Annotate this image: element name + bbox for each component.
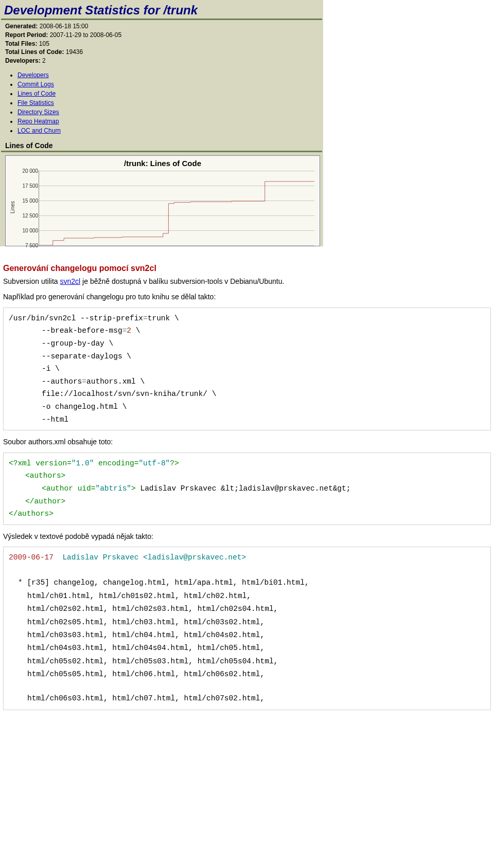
text: Subversion utilita bbox=[3, 277, 60, 285]
codebox-authors-xml: <?xml version="1.0" encoding="utf-8"?> <… bbox=[3, 453, 491, 525]
chart-title: /trunk: Lines of Code bbox=[6, 156, 320, 169]
log-file-row: html/ch04s03.html, html/ch04s04.html, ht… bbox=[18, 642, 485, 655]
chart-ytick: 7 500 bbox=[13, 242, 39, 248]
text: je běžně dostupná v balíku subversion-to… bbox=[80, 277, 284, 285]
chart-ytick: 17 500 bbox=[13, 183, 39, 188]
nav-directory-sizes[interactable]: Directory Sizes bbox=[17, 107, 322, 117]
codebox-changelog-output: 2009-06-17 Ladislav Prskavec <ladislav@p… bbox=[3, 547, 491, 710]
meta-loc-label: Total Lines of Code: bbox=[5, 48, 64, 56]
nav-lines-of-code[interactable]: Lines of Code bbox=[17, 89, 322, 98]
svn2cl-link[interactable]: svn2cl bbox=[60, 277, 81, 285]
log-file-row: html/ch05s05.html, html/ch06.html, html/… bbox=[18, 668, 485, 681]
paragraph-example-intro: Například pro generování changelogu pro … bbox=[3, 292, 491, 302]
chart-box: /trunk: Lines of Code Lines 20 00017 500… bbox=[5, 155, 320, 246]
stats-title: Development Statistics for /trunk bbox=[1, 1, 322, 20]
meta-loc-value: 19436 bbox=[66, 48, 83, 56]
nav-loc-and-churn[interactable]: LOC and Churn bbox=[17, 126, 322, 135]
paragraph-svn2cl-intro: Subversion utilita svn2cl je běžně dostu… bbox=[3, 276, 491, 286]
heading-generating-changelog: Generování changelogu pomocí svn2cl bbox=[3, 264, 491, 273]
chart-wrap: /trunk: Lines of Code Lines 20 00017 500… bbox=[1, 155, 322, 246]
meta-generated-value: 2008-06-18 15:00 bbox=[40, 23, 89, 30]
paragraph-authors-intro: Soubor authors.xml obsahuje toto: bbox=[3, 437, 491, 447]
log-file-row: html/ch06s03.html, html/ch07.html, html/… bbox=[18, 692, 485, 705]
nav-commit-logs[interactable]: Commit Logs bbox=[17, 80, 322, 89]
log-file-list: * [r35] changelog, changelog.html, html/… bbox=[9, 576, 485, 705]
meta-files-value: 105 bbox=[39, 40, 49, 47]
log-file-row: html/ch01.html, html/ch01s02.html, html/… bbox=[18, 590, 485, 603]
chart-ytick: 12 500 bbox=[13, 212, 39, 218]
stats-meta: Generated: 2008-06-18 15:00 Report Perio… bbox=[1, 22, 322, 68]
meta-files-label: Total Files: bbox=[5, 40, 37, 47]
article-content: Generování changelogu pomocí svn2cl Subv… bbox=[0, 246, 494, 721]
log-date: 2009-06-17 bbox=[9, 553, 54, 562]
meta-dev-value: 2 bbox=[42, 57, 46, 64]
chart-ytick: 15 000 bbox=[13, 197, 39, 203]
chart-area: Lines 20 00017 50015 00012 50010 0007 50… bbox=[9, 169, 316, 246]
meta-dev-label: Developers: bbox=[5, 57, 41, 64]
nav-developers[interactable]: Developers bbox=[17, 70, 322, 80]
log-file-row: html/ch03s03.html, html/ch04.html, html/… bbox=[18, 629, 485, 642]
log-author: Ladislav Prskavec <ladislav@prskavec.net… bbox=[54, 553, 246, 562]
nav-repo-heatmap[interactable]: Repo Heatmap bbox=[17, 117, 322, 126]
meta-period-label: Report Period: bbox=[5, 31, 48, 39]
stats-panel: Development Statistics for /trunk Genera… bbox=[0, 0, 323, 246]
codebox-svn2cl-command: /usr/bin/svn2cl --strip-prefix=trunk \ -… bbox=[3, 308, 491, 431]
chart-ytick: 10 000 bbox=[13, 227, 39, 233]
log-file-row: html/ch02s05.html, html/ch03.html, html/… bbox=[18, 616, 485, 629]
chart-plot: 20 00017 50015 00012 50010 0007 500 bbox=[39, 171, 314, 246]
nav-file-statistics[interactable]: File Statistics bbox=[17, 98, 322, 107]
meta-period-value: 2007-11-29 to 2008-06-05 bbox=[50, 31, 121, 39]
nav-list: Developers Commit Logs Lines of Code Fil… bbox=[17, 70, 322, 135]
paragraph-result-intro: Výsledek v textové podobě vypadá nějak t… bbox=[3, 531, 491, 541]
chart-ytick: 20 000 bbox=[13, 168, 39, 173]
meta-generated-label: Generated: bbox=[5, 23, 38, 30]
log-file-row: * [r35] changelog, changelog.html, html/… bbox=[18, 576, 485, 589]
section-lines-of-code: Lines of Code bbox=[1, 140, 322, 152]
log-file-row: html/ch02s02.html, html/ch02s03.html, ht… bbox=[18, 603, 485, 616]
log-file-row: html/ch05s02.html, html/ch05s03.html, ht… bbox=[18, 655, 485, 668]
